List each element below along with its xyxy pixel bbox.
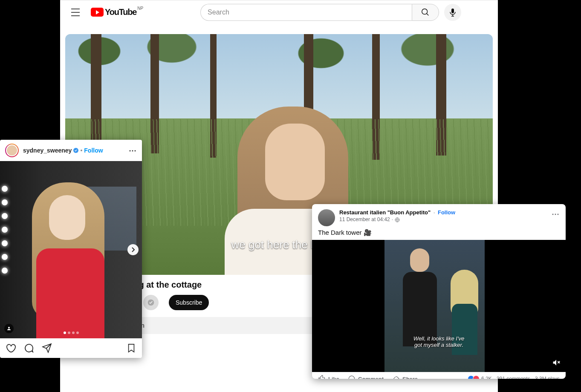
instagram-header: sydney_sweeney • Follow ⋯ (0, 140, 142, 161)
hamburger-icon (71, 9, 80, 16)
facebook-action-bar: Like Comment Share 6.2K · 391 comments ·… (312, 372, 566, 379)
heart-icon[interactable] (6, 343, 16, 353)
mute-button[interactable] (552, 358, 561, 367)
channel-verified-badge[interactable] (143, 295, 159, 310)
separator-dot: • (80, 147, 82, 154)
facebook-post: Restaurant italien "Buon Appetito" · Fol… (312, 204, 566, 379)
hamburger-menu-button[interactable] (67, 4, 84, 21)
video-subtitle: Well, it looks like I've got myself a st… (413, 335, 464, 349)
instagram-more-button[interactable]: ⋯ (129, 146, 137, 155)
separator-dot: · (532, 376, 533, 379)
region-code: NP (137, 6, 143, 11)
comment-icon[interactable] (24, 343, 34, 353)
subscribe-button[interactable]: Subscribe (169, 295, 209, 310)
carousel-next-button[interactable] (127, 244, 139, 255)
thumbs-up-icon (318, 375, 326, 379)
instagram-username[interactable]: sydney_sweeney (23, 147, 72, 154)
separator-dot: · (494, 376, 495, 379)
speaker-muted-icon (552, 358, 561, 367)
separator-dot: · (392, 216, 393, 223)
verified-badge-icon (73, 148, 78, 153)
globe-icon (395, 217, 400, 222)
comment-label: Comment (358, 376, 384, 379)
instagram-post: sydney_sweeney • Follow ⋯ (0, 140, 142, 358)
youtube-header: YouTube NP (60, 0, 498, 24)
svg-point-0 (422, 9, 428, 14)
instagram-image[interactable] (0, 161, 142, 338)
instagram-avatar[interactable] (5, 144, 19, 157)
search-button[interactable] (412, 4, 439, 21)
share-label: Share (402, 376, 418, 379)
facebook-post-text: The Dark tower 🎥 (312, 229, 566, 240)
facebook-follow-link[interactable]: Follow (438, 209, 455, 216)
bookmark-icon[interactable] (127, 343, 136, 353)
person-icon (6, 326, 12, 331)
search-input[interactable] (200, 4, 412, 21)
tagged-people-button[interactable] (4, 324, 14, 333)
voice-search-button[interactable] (444, 4, 461, 21)
facebook-stats: 6.2K · 391 comments · 3.3M plays (469, 375, 560, 379)
facebook-page-name[interactable]: Restaurant italien "Buon Appetito" (339, 209, 431, 216)
facebook-page-avatar[interactable] (318, 209, 335, 226)
facebook-share-button[interactable]: Share (392, 375, 418, 379)
search-icon (421, 8, 430, 17)
comment-count[interactable]: 391 comments (497, 376, 530, 379)
youtube-play-icon (91, 8, 104, 17)
facebook-timestamp-row: 11 December at 04:42 · (339, 216, 455, 223)
verified-icon (147, 299, 154, 306)
facebook-like-button[interactable]: Like (318, 375, 339, 379)
youtube-wordmark: YouTube (105, 7, 136, 17)
comment-icon (348, 375, 356, 379)
facebook-comment-button[interactable]: Comment (348, 375, 384, 379)
play-count: 3.3M plays (535, 376, 560, 379)
search-container (171, 4, 491, 21)
separator-dot: · (434, 209, 435, 216)
reaction-count[interactable]: 6.2K (481, 376, 492, 379)
facebook-more-button[interactable]: ⋯ (552, 209, 560, 219)
search-bar (200, 4, 439, 21)
video-frame (384, 240, 485, 372)
share-icon (392, 375, 400, 379)
chevron-right-icon (131, 247, 135, 252)
reaction-icons[interactable] (469, 375, 480, 379)
instagram-follow-link[interactable]: Follow (84, 147, 103, 154)
instagram-action-row (0, 338, 142, 358)
svg-rect-1 (451, 9, 454, 13)
youtube-logo[interactable]: YouTube NP (91, 7, 136, 17)
microphone-icon (449, 8, 456, 17)
share-icon[interactable] (42, 343, 52, 353)
facebook-header: Restaurant italien "Buon Appetito" · Fol… (312, 204, 566, 229)
carousel-indicator (64, 331, 79, 334)
svg-point-3 (8, 327, 10, 329)
facebook-video-player[interactable]: Well, it looks like I've got myself a st… (312, 240, 566, 372)
facebook-timestamp[interactable]: 11 December at 04:42 (339, 216, 390, 223)
like-label: Like (328, 376, 339, 379)
